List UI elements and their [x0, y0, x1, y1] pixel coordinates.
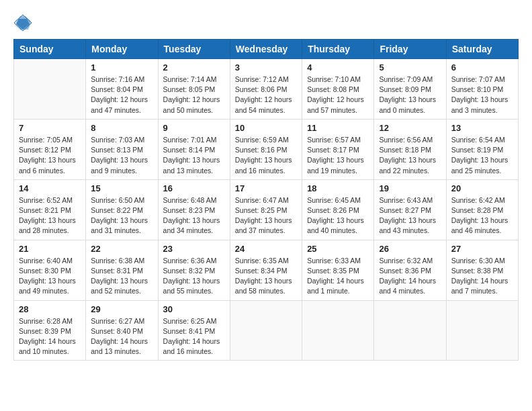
calendar-cell: 9Sunrise: 7:01 AMSunset: 8:14 PMDaylight…: [158, 119, 230, 179]
day-number: 21: [19, 244, 81, 254]
calendar-header-row: SundayMondayTuesdayWednesdayThursdayFrid…: [14, 40, 519, 59]
calendar-cell: 14Sunrise: 6:52 AMSunset: 8:21 PMDayligh…: [14, 179, 86, 240]
day-info: Sunrise: 6:40 AMSunset: 8:30 PMDaylight:…: [19, 256, 81, 297]
calendar-cell: 27Sunrise: 6:30 AMSunset: 8:38 PMDayligh…: [446, 240, 518, 300]
day-number: 7: [19, 123, 81, 133]
day-info: Sunrise: 6:32 AMSunset: 8:36 PMDaylight:…: [379, 256, 441, 297]
calendar-cell: 6Sunrise: 7:07 AMSunset: 8:10 PMDaylight…: [446, 59, 518, 120]
day-number: 5: [379, 62, 441, 73]
day-info: Sunrise: 7:01 AMSunset: 8:14 PMDaylight:…: [163, 135, 225, 176]
day-number: 9: [163, 123, 225, 133]
calendar-cell: 8Sunrise: 7:03 AMSunset: 8:13 PMDaylight…: [86, 119, 158, 179]
day-number: 4: [307, 62, 369, 73]
day-info: Sunrise: 7:07 AMSunset: 8:10 PMDaylight:…: [451, 75, 513, 116]
day-header-tuesday: Tuesday: [158, 40, 230, 59]
day-info: Sunrise: 7:03 AMSunset: 8:13 PMDaylight:…: [91, 135, 152, 176]
day-number: 6: [451, 62, 513, 73]
day-info: Sunrise: 6:27 AMSunset: 8:40 PMDaylight:…: [91, 316, 152, 357]
day-info: Sunrise: 7:05 AMSunset: 8:12 PMDaylight:…: [19, 135, 81, 176]
day-number: 14: [19, 183, 81, 193]
day-info: Sunrise: 6:33 AMSunset: 8:35 PMDaylight:…: [307, 256, 369, 297]
day-info: Sunrise: 6:45 AMSunset: 8:26 PMDaylight:…: [307, 195, 369, 236]
calendar-week-row: 21Sunrise: 6:40 AMSunset: 8:30 PMDayligh…: [14, 240, 519, 300]
calendar-cell: 20Sunrise: 6:42 AMSunset: 8:28 PMDayligh…: [446, 179, 518, 240]
day-number: 19: [379, 183, 441, 193]
calendar-cell: 25Sunrise: 6:33 AMSunset: 8:35 PMDayligh…: [302, 240, 374, 300]
day-number: 2: [163, 62, 225, 73]
calendar-cell: [14, 59, 86, 120]
calendar-cell: [230, 300, 302, 361]
day-info: Sunrise: 7:09 AMSunset: 8:09 PMDaylight:…: [379, 75, 441, 116]
calendar-cell: 7Sunrise: 7:05 AMSunset: 8:12 PMDaylight…: [14, 119, 86, 179]
calendar-cell: 22Sunrise: 6:38 AMSunset: 8:31 PMDayligh…: [86, 240, 158, 300]
day-info: Sunrise: 6:28 AMSunset: 8:39 PMDaylight:…: [19, 316, 81, 357]
calendar-cell: 17Sunrise: 6:47 AMSunset: 8:25 PMDayligh…: [230, 179, 302, 240]
day-info: Sunrise: 6:54 AMSunset: 8:19 PMDaylight:…: [451, 135, 513, 176]
day-info: Sunrise: 7:12 AMSunset: 8:06 PMDaylight:…: [235, 75, 297, 116]
calendar-cell: [446, 300, 518, 361]
day-info: Sunrise: 6:59 AMSunset: 8:16 PMDaylight:…: [235, 135, 297, 176]
day-number: 15: [91, 183, 152, 193]
day-info: Sunrise: 6:42 AMSunset: 8:28 PMDaylight:…: [451, 195, 513, 236]
day-number: 17: [235, 183, 297, 193]
calendar-cell: 29Sunrise: 6:27 AMSunset: 8:40 PMDayligh…: [86, 300, 158, 361]
day-number: 11: [307, 123, 369, 133]
calendar-cell: 12Sunrise: 6:56 AMSunset: 8:18 PMDayligh…: [374, 119, 446, 179]
calendar-cell: 3Sunrise: 7:12 AMSunset: 8:06 PMDaylight…: [230, 59, 302, 120]
day-info: Sunrise: 6:52 AMSunset: 8:21 PMDaylight:…: [19, 195, 81, 236]
day-info: Sunrise: 7:10 AMSunset: 8:08 PMDaylight:…: [307, 75, 369, 116]
day-number: 28: [19, 304, 81, 314]
day-info: Sunrise: 6:47 AMSunset: 8:25 PMDaylight:…: [235, 195, 297, 236]
calendar-cell: 5Sunrise: 7:09 AMSunset: 8:09 PMDaylight…: [374, 59, 446, 120]
day-number: 27: [451, 244, 513, 254]
day-info: Sunrise: 6:48 AMSunset: 8:23 PMDaylight:…: [163, 195, 225, 236]
calendar-cell: 10Sunrise: 6:59 AMSunset: 8:16 PMDayligh…: [230, 119, 302, 179]
day-number: 26: [379, 244, 441, 254]
calendar-week-row: 7Sunrise: 7:05 AMSunset: 8:12 PMDaylight…: [14, 119, 519, 179]
calendar-cell: 19Sunrise: 6:43 AMSunset: 8:27 PMDayligh…: [374, 179, 446, 240]
calendar-cell: 26Sunrise: 6:32 AMSunset: 8:36 PMDayligh…: [374, 240, 446, 300]
day-info: Sunrise: 6:30 AMSunset: 8:38 PMDaylight:…: [451, 256, 513, 297]
calendar-cell: 15Sunrise: 6:50 AMSunset: 8:22 PMDayligh…: [86, 179, 158, 240]
calendar-cell: [374, 300, 446, 361]
day-info: Sunrise: 6:43 AMSunset: 8:27 PMDaylight:…: [379, 195, 441, 236]
day-info: Sunrise: 6:36 AMSunset: 8:32 PMDaylight:…: [163, 256, 225, 297]
day-number: 29: [91, 304, 152, 314]
logo-icon: [13, 13, 32, 32]
calendar-cell: 28Sunrise: 6:28 AMSunset: 8:39 PMDayligh…: [14, 300, 86, 361]
day-info: Sunrise: 6:38 AMSunset: 8:31 PMDaylight:…: [91, 256, 152, 297]
calendar-cell: 1Sunrise: 7:16 AMSunset: 8:04 PMDaylight…: [86, 59, 158, 120]
calendar-cell: 23Sunrise: 6:36 AMSunset: 8:32 PMDayligh…: [158, 240, 230, 300]
day-info: Sunrise: 6:57 AMSunset: 8:17 PMDaylight:…: [307, 135, 369, 176]
calendar-cell: 13Sunrise: 6:54 AMSunset: 8:19 PMDayligh…: [446, 119, 518, 179]
calendar-cell: 30Sunrise: 6:25 AMSunset: 8:41 PMDayligh…: [158, 300, 230, 361]
day-info: Sunrise: 6:35 AMSunset: 8:34 PMDaylight:…: [235, 256, 297, 297]
calendar: SundayMondayTuesdayWednesdayThursdayFrid…: [13, 39, 519, 361]
calendar-cell: 18Sunrise: 6:45 AMSunset: 8:26 PMDayligh…: [302, 179, 374, 240]
day-info: Sunrise: 6:50 AMSunset: 8:22 PMDaylight:…: [91, 195, 152, 236]
day-number: 24: [235, 244, 297, 254]
day-number: 10: [235, 123, 297, 133]
day-header-monday: Monday: [86, 40, 158, 59]
calendar-cell: 24Sunrise: 6:35 AMSunset: 8:34 PMDayligh…: [230, 240, 302, 300]
calendar-cell: 11Sunrise: 6:57 AMSunset: 8:17 PMDayligh…: [302, 119, 374, 179]
day-info: Sunrise: 6:56 AMSunset: 8:18 PMDaylight:…: [379, 135, 441, 176]
day-header-friday: Friday: [374, 40, 446, 59]
day-number: 25: [307, 244, 369, 254]
day-number: 1: [91, 62, 152, 73]
day-number: 20: [451, 183, 513, 193]
day-number: 3: [235, 62, 297, 73]
day-number: 18: [307, 183, 369, 193]
day-number: 13: [451, 123, 513, 133]
day-info: Sunrise: 6:25 AMSunset: 8:41 PMDaylight:…: [163, 316, 225, 357]
calendar-cell: 16Sunrise: 6:48 AMSunset: 8:23 PMDayligh…: [158, 179, 230, 240]
calendar-cell: [302, 300, 374, 361]
calendar-week-row: 28Sunrise: 6:28 AMSunset: 8:39 PMDayligh…: [14, 300, 519, 361]
logo: [13, 13, 36, 32]
day-header-wednesday: Wednesday: [230, 40, 302, 59]
day-number: 8: [91, 123, 152, 133]
header: [13, 13, 519, 32]
day-header-thursday: Thursday: [302, 40, 374, 59]
day-info: Sunrise: 7:16 AMSunset: 8:04 PMDaylight:…: [91, 75, 152, 116]
day-info: Sunrise: 7:14 AMSunset: 8:05 PMDaylight:…: [163, 75, 225, 116]
